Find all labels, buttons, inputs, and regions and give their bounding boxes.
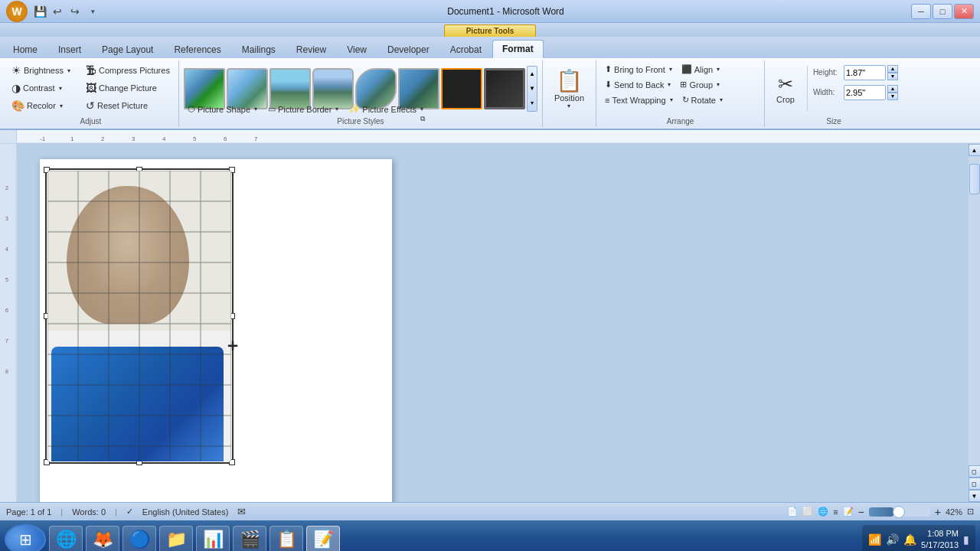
svg-text:-1: -1 [40,135,46,142]
bring-front-button[interactable]: ⬆ Bring to Front ▾ [601,62,676,77]
width-down-btn[interactable]: ▼ [887,93,898,100]
text-wrap-button[interactable]: ≡ Text Wrapping ▾ [601,93,677,107]
tray-notify[interactable]: 🔔 [903,533,916,546]
svg-text:5: 5 [5,277,8,282]
send-back-button[interactable]: ⬇ Send to Back ▾ [601,77,675,92]
tab-acrobat[interactable]: Acrobat [440,40,492,58]
view-draft-btn[interactable]: 📝 [843,507,854,517]
picture-effects-button[interactable]: ✨ Picture Effects ▾ [345,102,427,116]
scroll-track[interactable] [969,156,980,465]
start-button[interactable]: ⊞ [5,524,46,551]
tab-mailings[interactable]: Mailings [232,40,286,58]
view-print-btn[interactable]: 📄 [787,507,798,517]
taskbar-excel[interactable]: 📊 [196,526,230,551]
picture-border-button[interactable]: ▭ Picture Border ▾ [264,102,342,116]
zoom-out-btn[interactable]: − [858,506,864,518]
recolor-button[interactable]: 🎨 Recolor ▾ [8,97,74,114]
position-icon: 📋 [556,68,583,93]
adjust-group: ☀ Brightness ▾ ◑ Contrast ▾ 🎨 Recolor ▾ [3,60,179,127]
taskbar-firefox[interactable]: 🦊 [86,526,119,551]
picture-shape-icon: ⬡ [188,104,195,114]
spell-check-icon[interactable]: ✓ [126,507,133,517]
contrast-button[interactable]: ◑ Contrast ▾ [8,80,74,96]
save-quick-btn[interactable]: 💾 [32,4,47,19]
taskbar-word[interactable]: 📝 [306,526,340,551]
tab-references[interactable]: References [164,40,230,58]
height-down-btn[interactable]: ▼ [887,73,898,80]
width-input[interactable] [844,85,886,100]
picture-style-7[interactable] [441,68,482,109]
compress-pictures-button[interactable]: 🗜 Compress Pictures [82,62,174,79]
tab-developer[interactable]: Developer [377,40,439,58]
picture-shape-button[interactable]: ⬡ Picture Shape ▾ [184,102,261,116]
svg-text:7: 7 [5,338,8,344]
width-up-btn[interactable]: ▲ [887,85,898,93]
tray-show-desktop[interactable]: ▮ [963,533,969,546]
vertical-scrollbar[interactable]: ▲ ◻ ◻ ▼ [968,144,980,502]
zoom-expand-btn[interactable]: ⊡ [967,507,974,517]
taskbar-chrome[interactable]: 🌐 [49,526,83,551]
view-web-btn[interactable]: 🌐 [818,507,828,517]
taskbar-unknown1[interactable]: 📋 [270,526,303,551]
group-button[interactable]: ⊞ Group ▾ [676,77,724,92]
height-up-btn[interactable]: ▲ [887,65,898,73]
tab-view[interactable]: View [337,40,377,58]
more-quick-btn[interactable]: ▾ [85,4,100,19]
brightness-button[interactable]: ☀ Brightness ▾ [8,62,74,79]
scroll-up-button[interactable]: ▲ [969,144,981,156]
change-picture-button[interactable]: 🖼 Change Picture [82,80,174,96]
taskbar-media[interactable]: 🎬 [233,526,266,551]
tab-insert[interactable]: Insert [48,40,91,58]
maximize-button[interactable]: □ [933,4,952,19]
tab-page-layout[interactable]: Page Layout [92,40,163,58]
view-full-btn[interactable]: ⬜ [802,507,813,517]
taskbar-explorer[interactable]: 📁 [159,526,193,551]
close-button[interactable]: ✕ [954,4,974,19]
bring-front-dropdown: ▾ [669,66,672,73]
document-area: 2 3 4 5 6 7 8 [0,144,980,502]
brightness-dropdown-arrow: ▾ [67,67,70,74]
office-button[interactable]: W [6,1,28,22]
scroll-page-down[interactable]: ◻ [969,478,981,490]
align-dropdown: ▾ [717,66,720,73]
scroll-page-up[interactable]: ◻ [969,465,981,478]
picture-style-8[interactable] [484,68,525,109]
width-spinner[interactable]: ▲ ▼ [887,85,898,100]
undo-quick-btn[interactable]: ↩ [50,4,65,19]
zoom-level[interactable]: 42% [946,507,962,517]
document-canvas[interactable]: ✛ [17,144,968,502]
size-group: ✂ Crop Height: ▲ ▼ Width: [765,60,903,127]
language-status[interactable]: English (United States) [142,507,229,517]
height-input[interactable] [844,65,886,80]
tab-review[interactable]: Review [286,40,336,58]
align-button[interactable]: ⬛ Align ▾ [678,62,724,77]
minimize-button[interactable]: ─ [911,4,931,19]
zoom-in-btn[interactable]: + [935,506,941,518]
rotate-icon: ↻ [682,95,689,105]
scroll-thumb[interactable] [969,164,980,194]
scroll-more-icon: ▾ [531,99,534,106]
tab-home[interactable]: Home [3,40,47,58]
position-button[interactable]: 📋 Position ▾ [547,62,591,116]
tab-format[interactable]: Format [492,40,544,58]
reset-icon: ↺ [86,99,95,112]
view-outline-btn[interactable]: ≡ [833,507,838,517]
height-spinner[interactable]: ▲ ▼ [887,65,898,80]
reset-picture-button[interactable]: ↺ Reset Picture [82,97,174,114]
size-group-label: Size [765,117,903,126]
tray-network[interactable]: 📶 [868,533,881,546]
zoom-slider-track[interactable] [869,507,930,517]
arrange-group: ⬆ Bring to Front ▾ ⬛ Align ▾ ⬇ Send to B… [596,60,765,127]
rotate-button[interactable]: ↻ Rotate ▾ [678,93,727,107]
tray-volume[interactable]: 🔊 [886,533,899,546]
zoom-slider-thumb[interactable] [893,506,905,518]
rotate-dropdown: ▾ [720,96,723,103]
scroll-down-button[interactable]: ▼ [969,490,981,502]
crop-button[interactable]: ✂ Crop [769,62,802,115]
picture-container[interactable]: ✛ [47,171,231,461]
contrast-dropdown-arrow: ▾ [59,85,62,92]
picture-styles-scroll[interactable]: ▲ ▼ ▾ [527,66,537,112]
redo-quick-btn[interactable]: ↪ [67,4,83,19]
tray-clock[interactable]: 1:08 PM 5/17/2013 [921,528,959,551]
taskbar-ie[interactable]: 🔵 [122,526,156,551]
